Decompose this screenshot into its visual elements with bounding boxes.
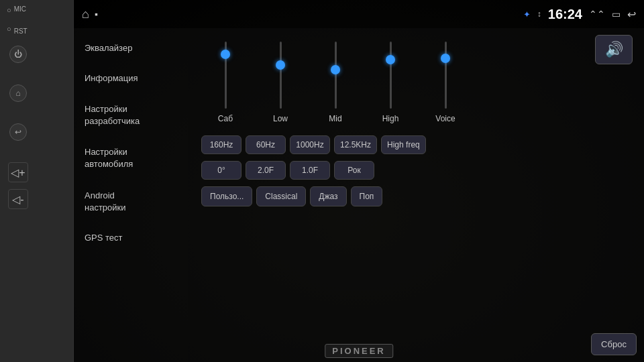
phase-buttons-row: 0° 2.0F 1.0F Рок — [201, 161, 570, 180]
sliders-row: Саб Low Mid — [201, 39, 570, 129]
preset-buttons-row: Пользо... Classical Джаз Поп — [201, 186, 570, 206]
left-physical-panel: ○ MIC ○ RST ⏻ ⌂ ↩ ◁+ ◁- — [0, 0, 74, 362]
preset-btn-classical[interactable]: Classical — [256, 186, 306, 206]
status-bar-left: ⌂ ▪ — [82, 7, 98, 21]
square-nav-icon[interactable]: ▪ — [95, 9, 98, 19]
back-nav-icon[interactable]: ↩ — [627, 8, 636, 21]
freq-btn-highfreq[interactable]: High freq — [381, 135, 426, 154]
preset-btn-jazz[interactable]: Джаз — [310, 186, 346, 206]
slider-sab[interactable]: Саб — [201, 42, 250, 123]
menu-item-dev-settings[interactable]: Настройкиразработчика — [74, 94, 188, 137]
phase-btn-0[interactable]: 0° — [201, 161, 241, 180]
freq-buttons-row: 160Hz 60Hz 1000Hz 12.5KHz High freq — [201, 135, 570, 154]
bluetooth-icon: ✦ — [523, 9, 531, 19]
slider-high-label: High — [382, 114, 399, 123]
time-display: 16:24 — [548, 7, 582, 22]
preset-btn-pop[interactable]: Поп — [351, 186, 383, 206]
slider-mid[interactable]: Mid — [311, 42, 360, 123]
preset-btn-user[interactable]: Пользо... — [201, 186, 252, 206]
slider-high[interactable]: High — [366, 42, 415, 123]
slider-voice[interactable]: Voice — [421, 42, 470, 123]
vol-down-button[interactable]: ◁- — [8, 189, 28, 209]
freq-btn-1000hz[interactable]: 1000Hz — [290, 135, 330, 154]
mic-label: MIC — [14, 5, 26, 13]
menu-item-car-settings[interactable]: Настройкиавтомобиля — [74, 137, 188, 180]
pioneer-logo: PIONEER — [325, 344, 393, 358]
home-nav-icon[interactable]: ⌂ — [82, 7, 89, 21]
signal-icon: ↕ — [537, 9, 541, 19]
menu-item-equalizer[interactable]: Эквалайзер — [74, 34, 188, 64]
left-menu: Эквалайзер Информация Настройкиразработч… — [74, 28, 188, 362]
freq-btn-160hz[interactable]: 160Hz — [201, 135, 241, 154]
status-bar: ⌂ ▪ ✦ ↕ 16:24 ⌃⌃ ▭ ↩ — [74, 0, 644, 28]
slider-mid-label: Mid — [329, 114, 341, 123]
slider-low-label: Low — [273, 114, 288, 123]
reset-button[interactable]: Сброс — [591, 333, 637, 355]
menu-item-android-settings[interactable]: Androidнастройки — [74, 180, 188, 223]
sound-waves-icon: 🔊 — [605, 41, 623, 58]
battery-icon: ▭ — [612, 9, 621, 19]
slider-low[interactable]: Low — [256, 42, 305, 123]
menu-item-info[interactable]: Информация — [74, 64, 188, 94]
content-area: Эквалайзер Информация Настройкиразработч… — [74, 28, 644, 362]
menu-item-gps-test[interactable]: GPS тест — [74, 223, 188, 253]
sound-icon-button[interactable]: 🔊 — [595, 35, 633, 64]
power-button[interactable]: ⏻ — [9, 46, 27, 63]
freq-btn-60hz[interactable]: 60Hz — [246, 135, 286, 154]
main-screen: ⌂ ▪ ✦ ↕ 16:24 ⌃⌃ ▭ ↩ Эквалайзер Информац… — [74, 0, 644, 362]
home-button[interactable]: ⌂ — [9, 84, 27, 102]
vol-up-button[interactable]: ◁+ — [8, 162, 28, 182]
rst-label: RST — [14, 27, 28, 35]
freq-btn-125khz[interactable]: 12.5KHz — [334, 135, 377, 154]
slider-voice-label: Voice — [435, 114, 455, 123]
right-panel: 🔊 Сброс — [584, 28, 644, 362]
status-bar-right: ✦ ↕ 16:24 ⌃⌃ ▭ ↩ — [523, 7, 636, 22]
expand-icon[interactable]: ⌃⌃ — [589, 9, 605, 19]
slider-sab-label: Саб — [218, 114, 233, 123]
phase-btn-1f[interactable]: 1.0F — [290, 161, 330, 180]
phase-btn-2f[interactable]: 2.0F — [246, 161, 286, 180]
phase-btn-rock[interactable]: Рок — [334, 161, 374, 180]
back-button[interactable]: ↩ — [9, 123, 27, 141]
eq-panel: Саб Low Mid — [188, 28, 584, 362]
